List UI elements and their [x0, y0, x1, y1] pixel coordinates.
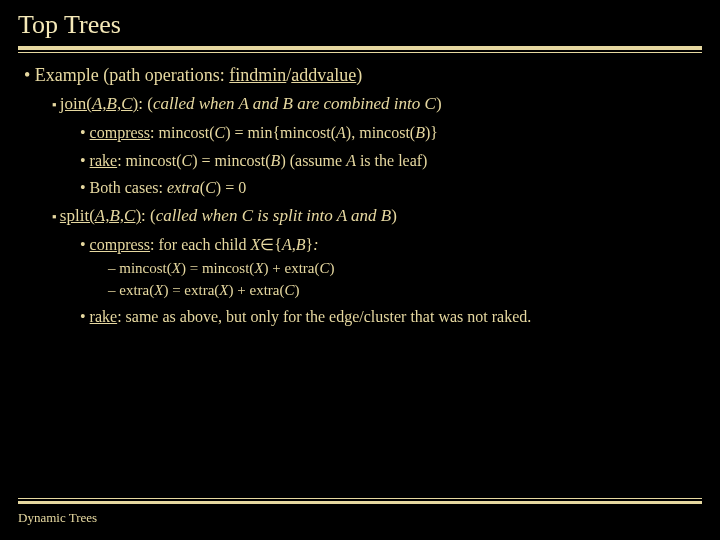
slide-title: Top Trees: [18, 10, 702, 40]
join-rake: rake: mincost(C) = mincost(B) (assume A …: [80, 150, 702, 172]
text: ): [356, 65, 362, 85]
split-mincost: mincost(X) = mincost(X) + extra(C): [108, 258, 702, 278]
slide: Top Trees Example (path operations: find…: [0, 0, 720, 540]
title-rule-thin: [18, 52, 702, 53]
bullet-list: Example (path operations: findmin/addval…: [18, 63, 702, 328]
join-details: compress: mincost(C) = min{mincost(A), m…: [52, 122, 702, 199]
split-call: split(A,B,C): [60, 206, 141, 225]
split-rake: rake: same as above, but only for the ed…: [80, 306, 702, 328]
split-line: split(A,B,C): (called when C is split in…: [52, 205, 702, 328]
example-line: Example (path operations: findmin/addval…: [24, 63, 702, 328]
text: Example (path operations:: [35, 65, 229, 85]
text: : (: [141, 206, 156, 225]
text: called when C is split into A and B: [156, 206, 392, 225]
text: ): [436, 94, 442, 113]
join-both: Both cases: extra(C) = 0: [80, 177, 702, 199]
join-line: join(A,B,C): (called when A and B are co…: [52, 93, 702, 199]
join-call: join(A,B,C): [60, 94, 138, 113]
split-compress: compress: for each child X∈{A,B}: mincos…: [80, 234, 702, 300]
footer-text: Dynamic Trees: [18, 510, 702, 526]
footer-rule-thick: [18, 501, 702, 504]
split-compress-details: mincost(X) = mincost(X) + extra(C) extra…: [80, 258, 702, 301]
join-compress: compress: mincost(C) = min{mincost(A), m…: [80, 122, 702, 144]
slide-content: Example (path operations: findmin/addval…: [18, 63, 702, 328]
footer-rule-thin: [18, 498, 702, 499]
text: ): [391, 206, 397, 225]
split-details: compress: for each child X∈{A,B}: mincos…: [52, 234, 702, 328]
text: called when A and B are combined into C: [153, 94, 436, 113]
split-extra: extra(X) = extra(X) + extra(C): [108, 280, 702, 300]
op-addvalue: addvalue: [291, 65, 356, 85]
title-rule-thick: [18, 46, 702, 50]
op-findmin: findmin: [229, 65, 286, 85]
sub-list: join(A,B,C): (called when A and B are co…: [24, 93, 702, 327]
footer: Dynamic Trees: [18, 498, 702, 526]
text: : (: [138, 94, 153, 113]
